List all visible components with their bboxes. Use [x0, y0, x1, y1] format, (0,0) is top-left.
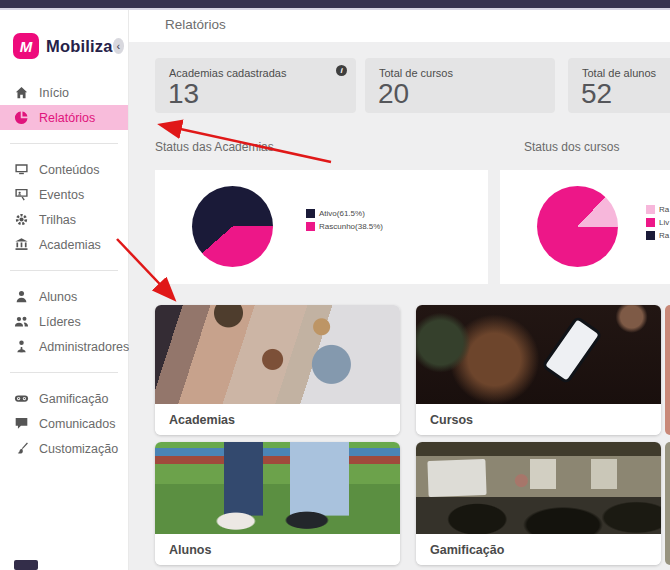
sidebar-item-label: Eventos [39, 188, 84, 202]
sidebar-item-academias[interactable]: Academias [0, 232, 128, 257]
sidebar-divider [10, 270, 118, 271]
sidebar-menu: InícioRelatóriosConteúdosEventosTrilhasA… [0, 80, 128, 461]
sidebar-item-inicio[interactable]: Início [0, 80, 128, 105]
partially-visible-card [665, 442, 670, 565]
chart-section-title-status-das-academias: Status das Academias [155, 140, 274, 154]
legend-swatch [646, 205, 655, 214]
presentation-icon [14, 187, 29, 202]
home-icon [14, 85, 29, 100]
legend-label: Ativo(61.5%) [319, 209, 365, 218]
sidebar-item-label: Início [39, 86, 69, 100]
pie-chart-status-dos-cursos [537, 186, 618, 267]
pie-chart-icon [14, 110, 29, 125]
sidebar-item-label: Customização [39, 442, 118, 456]
sidebar-item-label: Relatórios [39, 111, 95, 125]
chart-panel-status-dos-cursos: RaLivRa [500, 170, 670, 284]
stat-card-value: 52 [581, 78, 612, 110]
legend-swatch [646, 231, 655, 240]
sidebar-item-customizacao[interactable]: Customização [0, 436, 128, 461]
mobiliza-logo-text: Mobiliza [46, 37, 113, 56]
stat-card-academias-cadastradas: Academias cadastradas13i [155, 58, 356, 113]
page-title: Relatórios [165, 17, 226, 32]
stat-card-value: 13 [168, 78, 199, 110]
app-window: M Mobiliza ‹ InícioRelatóriosConteúdosEv… [0, 0, 670, 570]
card-footer: Cursos [416, 404, 661, 435]
sidebar-item-trilhas[interactable]: Trilhas [0, 207, 128, 232]
sidebar-collapse-button[interactable]: ‹ [113, 38, 124, 54]
logo-row: M Mobiliza ‹ [13, 32, 124, 60]
sidebar-item-gamificacao[interactable]: Gamificação [0, 386, 128, 411]
sidebar-item-label: Conteúdos [39, 163, 99, 177]
card-title: Cursos [430, 413, 473, 427]
mobiliza-logo-icon: M [13, 33, 39, 59]
sidebar-item-relatorios[interactable]: Relatórios [0, 105, 128, 130]
card-footer: Academias [155, 404, 400, 435]
stat-card-total-de-alunos: Total de alunos52 [568, 58, 670, 113]
person-icon [14, 289, 29, 304]
chart-panel-status-das-academias: Ativo(61.5%)Rascunho(38.5%) [155, 170, 488, 284]
chart-legend: RaLivRa [646, 204, 669, 243]
sidebar-item-label: Academias [39, 238, 101, 252]
card-title: Gamificação [430, 543, 504, 557]
legend-label: Liv [659, 218, 669, 227]
clipped-ui-fragment [14, 560, 38, 570]
sidebar-item-label: Trilhas [39, 213, 76, 227]
admin-person-icon [14, 339, 29, 354]
legend-label: Ra [659, 205, 669, 214]
alunos-card-image [155, 442, 400, 534]
legend-swatch [306, 209, 315, 218]
pie-chart-status-das-academias [192, 186, 273, 267]
sidebar: M Mobiliza ‹ InícioRelatóriosConteúdosEv… [0, 10, 129, 570]
legend-item: Liv [646, 217, 669, 227]
card-cursos[interactable]: Cursos [416, 305, 661, 435]
academias-card-image [155, 305, 400, 404]
chart-section-title-status-dos-cursos: Status dos cursos [524, 140, 619, 154]
card-alunos[interactable]: Alunos [155, 442, 400, 565]
sidebar-item-lideres[interactable]: Líderes [0, 309, 128, 334]
sidebar-item-label: Comunicados [39, 417, 115, 431]
legend-label: Ra [659, 231, 669, 240]
gamepad-icon [14, 391, 29, 406]
sidebar-item-alunos[interactable]: Alunos [0, 284, 128, 309]
sidebar-item-label: Líderes [39, 315, 81, 329]
legend-item: Ra [646, 204, 669, 214]
sidebar-divider [10, 372, 118, 373]
legend-item: Ativo(61.5%) [306, 208, 383, 218]
sidebar-item-label: Gamificação [39, 392, 108, 406]
gear-icon [14, 212, 29, 227]
sidebar-item-eventos[interactable]: Eventos [0, 182, 128, 207]
chat-icon [14, 416, 29, 431]
card-footer: Gamificação [416, 534, 661, 565]
info-icon[interactable]: i [336, 65, 347, 76]
legend-item: Rascunho(38.5%) [306, 221, 383, 231]
sidebar-item-label: Alunos [39, 290, 77, 304]
legend-label: Rascunho(38.5%) [319, 222, 383, 231]
legend-item: Ra [646, 230, 669, 240]
gamificacao-card-image [416, 442, 661, 534]
bank-icon [14, 237, 29, 252]
chart-legend: Ativo(61.5%)Rascunho(38.5%) [306, 208, 383, 234]
brush-icon [14, 441, 29, 456]
sidebar-item-administradores[interactable]: Administradores [0, 334, 128, 359]
partially-visible-card [665, 305, 670, 435]
card-footer: Alunos [155, 534, 400, 565]
stat-card-value: 20 [378, 78, 409, 110]
page-header: Relatórios [129, 10, 670, 42]
monitor-icon [14, 162, 29, 177]
card-gamificacao[interactable]: Gamificação [416, 442, 661, 565]
sidebar-item-conteudos[interactable]: Conteúdos [0, 157, 128, 182]
card-title: Academias [169, 413, 235, 427]
sidebar-divider [10, 143, 118, 144]
sidebar-item-comunicados[interactable]: Comunicados [0, 411, 128, 436]
card-academias[interactable]: Academias [155, 305, 400, 435]
card-title: Alunos [169, 543, 211, 557]
legend-swatch [306, 222, 315, 231]
people-icon [14, 314, 29, 329]
legend-swatch [646, 218, 655, 227]
top-bar [0, 0, 670, 10]
sidebar-item-label: Administradores [39, 340, 129, 354]
stat-card-total-de-cursos: Total de cursos20 [365, 58, 555, 113]
cursos-card-image [416, 305, 661, 404]
